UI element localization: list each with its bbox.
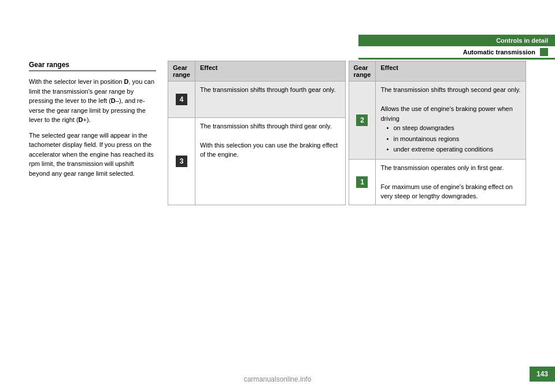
gear-cell-1: 1 xyxy=(349,159,376,205)
effect-1-line2: For maximum use of engine's braking effe… xyxy=(380,182,521,201)
gear-badge-1: 1 xyxy=(356,176,368,188)
effect-cell-4: The transmission shifts through fourth g… xyxy=(195,82,345,118)
gear-cell-3: 3 xyxy=(168,117,195,205)
page-container: Controls in detail Automatic transmissio… xyxy=(0,0,555,392)
gear-badge-3: 3 xyxy=(176,156,187,167)
effect-1-line1: The transmission operates only in first … xyxy=(380,163,521,173)
gear-table-right: Gear range Effect 2 The transmission shi… xyxy=(349,61,527,205)
left-column: Gear ranges With the selector lever in p… xyxy=(29,61,168,205)
effect-2-bullets: on steep downgrades in mountainous regio… xyxy=(380,123,521,154)
bullet-item: under extreme operating conditions xyxy=(386,145,521,154)
watermark: carmanualsonline.info xyxy=(244,375,312,383)
gear-badge-2: 2 xyxy=(356,114,368,126)
controls-in-detail-label: Controls in detail xyxy=(358,35,555,46)
section-indicator xyxy=(540,48,548,56)
section-title-bar: Automatic transmission xyxy=(358,46,555,60)
effect-line1: The transmission shifts through third ge… xyxy=(200,121,341,131)
effect-2-line1: The transmission shifts through second g… xyxy=(380,85,521,95)
table-left-col1-header: Gear range xyxy=(168,61,195,82)
main-content: Gear ranges With the selector lever in p… xyxy=(29,61,526,205)
tables-container: Gear range Effect 4 The transmission shi… xyxy=(168,61,526,205)
table-row: 3 The transmission shifts through third … xyxy=(168,117,346,205)
gear-cell-2: 2 xyxy=(349,82,376,160)
table-right-col1-header: Gear range xyxy=(349,61,376,82)
header-bar: Controls in detail Automatic transmissio… xyxy=(358,35,555,60)
effect-line2: With this selection you can use the brak… xyxy=(200,140,341,160)
page-number: 143 xyxy=(530,367,555,382)
gear-ranges-title: Gear ranges xyxy=(29,61,156,71)
gear-cell-4: 4 xyxy=(168,82,195,118)
bullet-item: in mountainous regions xyxy=(386,134,521,144)
effect-cell-2: The transmission shifts through second g… xyxy=(376,82,526,160)
table-row: 4 The transmission shifts through fourth… xyxy=(168,82,346,118)
table-left-col2-header: Effect xyxy=(195,61,345,82)
section-title-text: Automatic transmission xyxy=(463,49,535,56)
gear-table-left: Gear range Effect 4 The transmission shi… xyxy=(168,61,346,205)
bullet-item: on steep downgrades xyxy=(386,123,521,133)
effect-cell-3: The transmission shifts through third ge… xyxy=(195,117,345,205)
table-row: 2 The transmission shifts through second… xyxy=(349,82,526,160)
table-right-col2-header: Effect xyxy=(376,61,526,82)
effect-2-line2: Allows the use of engine's braking power… xyxy=(380,104,521,123)
effect-cell-1: The transmission operates only in first … xyxy=(376,159,526,205)
gear-ranges-para2: The selected gear range will appear in t… xyxy=(29,131,156,179)
table-row: 1 The transmission operates only in firs… xyxy=(349,159,526,205)
gear-ranges-para1: With the selector lever in position D, y… xyxy=(29,77,156,125)
gear-badge-4: 4 xyxy=(176,94,187,105)
